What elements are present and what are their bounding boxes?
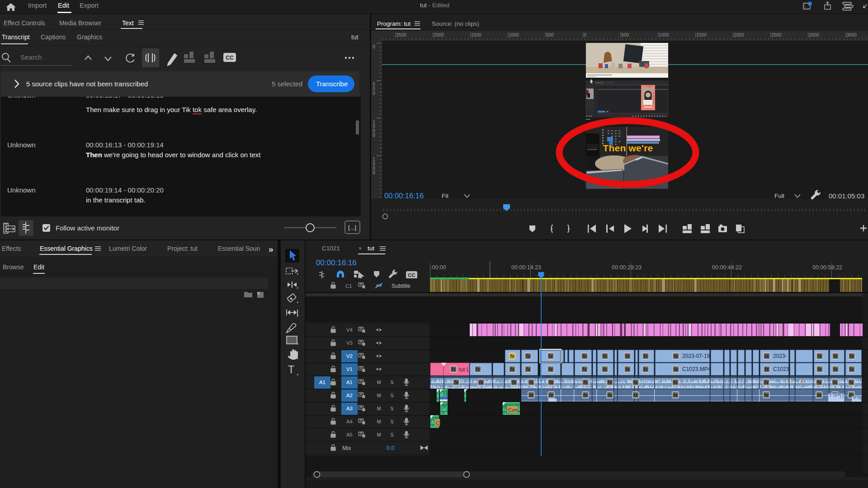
svg-text:fx: fx bbox=[818, 367, 822, 372]
svg-text:fx: fx bbox=[644, 354, 648, 359]
svg-text:fx: fx bbox=[674, 367, 678, 372]
svg-text:2023-07-19: 2023-07-19 bbox=[682, 353, 710, 359]
svg-text:fx: fx bbox=[608, 393, 612, 398]
svg-text:fx: fx bbox=[644, 367, 648, 372]
svg-text:fx: fx bbox=[583, 367, 587, 372]
svg-text:fx: fx bbox=[584, 393, 588, 398]
svg-text:fx: fx bbox=[674, 393, 678, 398]
svg-text:fx: fx bbox=[834, 367, 838, 372]
svg-text:tut L: tut L bbox=[459, 366, 470, 373]
svg-text:fx: fx bbox=[834, 354, 838, 359]
svg-text:fx: fx bbox=[765, 354, 769, 359]
svg-text:C1023.MP4 [: C1023.MP4 [ bbox=[682, 366, 714, 372]
svg-text:fx: fx bbox=[454, 380, 458, 385]
svg-text:fx: fx bbox=[850, 367, 854, 372]
svg-text:fx: fx bbox=[764, 393, 769, 398]
svg-text:fx: fx bbox=[526, 354, 530, 359]
svg-text:fx: fx bbox=[674, 380, 678, 385]
svg-text:fx: fx bbox=[849, 380, 854, 385]
svg-text:fx: fx bbox=[479, 380, 483, 385]
svg-text:fx: fx bbox=[765, 367, 769, 372]
svg-text:fx: fx bbox=[510, 354, 514, 359]
svg-text:fx: fx bbox=[529, 393, 533, 398]
svg-text:fx: fx bbox=[452, 367, 456, 372]
svg-text:fx: fx bbox=[549, 367, 553, 372]
svg-text:fx: fx bbox=[626, 354, 630, 359]
svg-text:fx: fx bbox=[549, 354, 553, 359]
svg-text:fx: fx bbox=[634, 393, 638, 398]
svg-text:fx: fx bbox=[608, 380, 612, 385]
svg-text:fx: fx bbox=[817, 380, 821, 385]
svg-text:C1023: C1023 bbox=[773, 366, 789, 372]
svg-text:fx: fx bbox=[833, 380, 837, 385]
svg-text:fx: fx bbox=[674, 354, 678, 359]
svg-text:fx: fx bbox=[529, 380, 533, 385]
svg-text:fx: fx bbox=[764, 380, 769, 385]
svg-text:fx: fx bbox=[512, 380, 516, 385]
svg-text:2023-: 2023- bbox=[773, 353, 787, 359]
svg-text:fx: fx bbox=[626, 367, 630, 372]
svg-text:fx: fx bbox=[634, 380, 638, 385]
svg-text:fx: fx bbox=[510, 367, 514, 372]
svg-text:fx: fx bbox=[818, 354, 822, 359]
svg-text:C: C bbox=[436, 420, 439, 426]
svg-text:fx: fx bbox=[850, 354, 854, 359]
svg-text:fx: fx bbox=[603, 354, 607, 359]
svg-text:fx: fx bbox=[526, 367, 530, 372]
svg-text:fx: fx bbox=[817, 393, 821, 398]
svg-text:fx: fx bbox=[549, 380, 553, 385]
svg-text:fx: fx bbox=[476, 367, 480, 372]
svg-text:fx: fx bbox=[583, 354, 587, 359]
svg-text:fx: fx bbox=[603, 367, 607, 372]
svg-text:fx: fx bbox=[549, 393, 553, 398]
svg-text:fx: fx bbox=[584, 380, 588, 385]
svg-text:Con: Con bbox=[508, 407, 518, 413]
